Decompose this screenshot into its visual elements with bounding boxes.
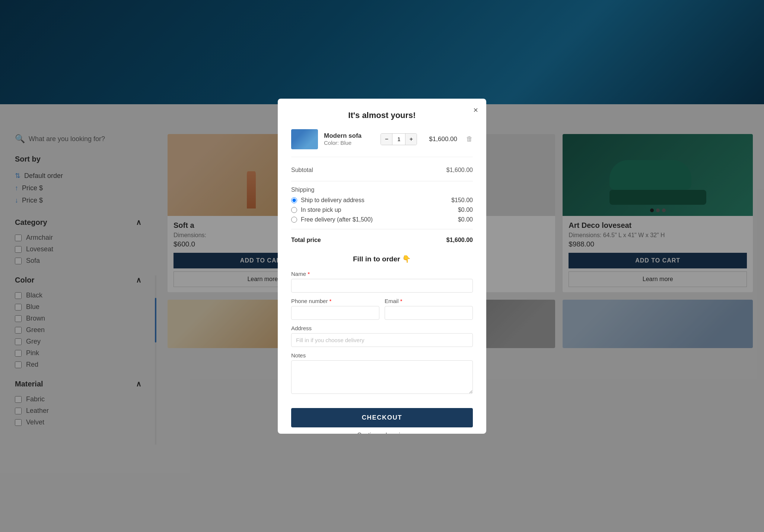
cart-item-price: $1,600.00 [429,136,457,143]
phone-input[interactable] [291,306,379,320]
checkout-button[interactable]: CHECKOUT [291,408,473,427]
total-price-label: Total price [291,237,321,243]
shipping-section: Shipping Ship to delivery address $150.0… [291,187,473,223]
total-price-value: $1,600.00 [446,237,473,243]
subtotal-label: Subtotal [291,167,313,173]
modal-title: It's almost yours! [291,111,473,120]
email-input[interactable] [385,306,473,320]
form-group-phone: Phone number * [291,298,379,320]
qty-increase-button[interactable]: + [405,134,417,145]
shipping-option-free[interactable]: Free delivery (after $1,500) $0.00 [291,216,473,223]
shipping-delivery-label: Ship to delivery address [301,197,365,204]
form-group-email: Email * [385,298,473,320]
shipping-pickup-radio[interactable] [291,207,297,213]
address-input[interactable] [291,333,473,347]
shipping-free-price: $0.00 [458,216,473,223]
shipping-delivery-radio[interactable] [291,197,297,203]
shipping-free-radio[interactable] [291,217,297,223]
email-label: Email * [385,298,473,304]
divider-2 [291,229,473,229]
name-required: * [306,271,310,277]
form-title: Fill in to order 👇 [291,255,473,263]
notes-textarea[interactable] [291,360,473,394]
cart-item-color: Color: Blue [324,140,375,146]
trash-icon[interactable]: 🗑 [466,135,473,143]
qty-decrease-button[interactable]: − [381,134,392,145]
shipping-free-label: Free delivery (after $1,500) [301,216,373,223]
form-group-notes: Notes [291,352,473,395]
address-label: Address [291,325,473,331]
order-form: Fill in to order 👇 Name * Phone number *… [291,255,473,395]
qty-input[interactable] [392,134,405,145]
shipping-pickup-label: In store pick up [301,207,341,213]
cart-item-image [291,129,318,149]
divider-1 [291,181,473,181]
form-group-name: Name * [291,271,473,293]
shipping-pickup-price: $0.00 [458,207,473,213]
shipping-option-delivery[interactable]: Ship to delivery address $150.00 [291,197,473,204]
name-label: Name * [291,271,473,277]
form-row-phone-email: Phone number * Email * [291,298,473,325]
shipping-delivery-price: $150.00 [451,197,473,204]
form-group-address: Address [291,325,473,347]
notes-label: Notes [291,352,473,359]
subtotal-value: $1,600.00 [446,167,473,173]
total-price-row: Total price $1,600.00 [291,235,473,246]
continue-shopping-link[interactable]: Continue shopping [291,432,473,434]
name-input[interactable] [291,279,473,293]
quantity-control[interactable]: − + [381,133,417,145]
shipping-option-pickup[interactable]: In store pick up $0.00 [291,207,473,213]
cart-item: Modern sofa Color: Blue − + $1,600.00 🗑 [291,129,473,157]
subtotal-row: Subtotal $1,600.00 [291,165,473,176]
modal-cart: × It's almost yours! Modern sofa Color: … [278,99,486,434]
phone-label: Phone number * [291,298,379,304]
cart-item-name: Modern sofa [324,132,375,140]
modal-close-button[interactable]: × [473,105,478,115]
shipping-title: Shipping [291,187,473,193]
cart-item-details: Modern sofa Color: Blue [324,132,375,146]
